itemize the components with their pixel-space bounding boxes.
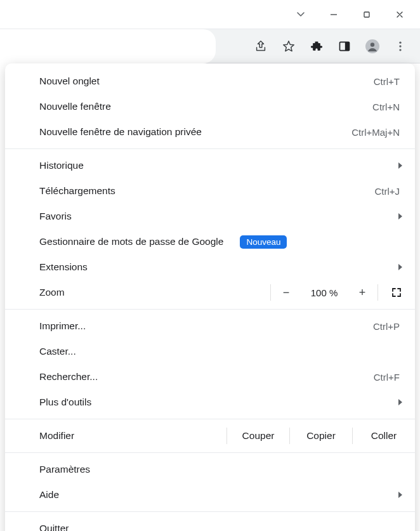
cut-button[interactable]: Couper — [227, 430, 289, 442]
svg-point-8 — [399, 49, 401, 51]
browser-toolbar — [0, 29, 420, 63]
window-titlebar — [0, 0, 420, 29]
menu-item-label: Paramètres — [39, 464, 90, 475]
menu-shortcut: Ctrl+F — [374, 372, 400, 383]
menu-separator — [5, 309, 415, 310]
menu-new-window[interactable]: Nouvelle fenêtre Ctrl+N — [5, 94, 415, 119]
zoom-out-button[interactable]: − — [271, 286, 301, 299]
menu-item-label: Historique — [39, 160, 84, 171]
copy-button[interactable]: Copier — [290, 430, 352, 442]
svg-point-5 — [371, 43, 374, 46]
svg-rect-1 — [364, 12, 369, 17]
menu-item-label: Caster... — [39, 346, 76, 357]
menu-separator — [5, 148, 415, 149]
menu-more-tools[interactable]: Plus d'outils — [5, 390, 415, 415]
zoom-label: Zoom — [39, 287, 65, 298]
menu-settings[interactable]: Paramètres — [5, 457, 415, 482]
menu-extensions[interactable]: Extensions — [5, 254, 415, 280]
menu-item-label: Nouvelle fenêtre de navigation privée — [39, 126, 202, 138]
menu-shortcut: Ctrl+N — [372, 102, 400, 112]
zoom-in-button[interactable]: + — [347, 286, 377, 299]
address-bar[interactable] — [0, 29, 216, 63]
menu-cast[interactable]: Caster... — [5, 339, 415, 364]
menu-item-label: Plus d'outils — [39, 397, 91, 408]
submenu-arrow-icon — [397, 491, 404, 499]
menu-item-label: Quitter — [39, 523, 69, 531]
menu-item-label: Nouvel onglet — [39, 75, 100, 87]
menu-zoom: Zoom − 100 % + — [5, 280, 415, 305]
share-icon[interactable] — [249, 34, 273, 58]
extensions-icon[interactable] — [305, 34, 329, 58]
menu-separator — [5, 419, 415, 419]
edit-label: Modifier — [39, 430, 74, 442]
main-menu-panel: Nouvel onglet Ctrl+T Nouvelle fenêtre Ct… — [5, 63, 415, 531]
menu-print[interactable]: Imprimer... Ctrl+P — [5, 313, 415, 339]
tab-search-button[interactable] — [284, 0, 317, 29]
menu-item-label: Aide — [39, 489, 59, 501]
close-button[interactable] — [383, 0, 416, 29]
menu-separator — [5, 452, 415, 453]
svg-point-6 — [399, 41, 401, 43]
svg-rect-3 — [345, 42, 350, 50]
maximize-button[interactable] — [350, 0, 383, 29]
submenu-arrow-icon — [397, 263, 404, 271]
minimize-button[interactable] — [317, 0, 350, 29]
menu-downloads[interactable]: Téléchargements Ctrl+J — [5, 178, 415, 204]
menu-shortcut: Ctrl+T — [374, 76, 400, 87]
menu-item-label: Nouvelle fenêtre — [39, 101, 111, 112]
menu-item-label: Téléchargements — [39, 185, 115, 197]
bookmark-star-icon[interactable] — [277, 34, 301, 58]
menu-help[interactable]: Aide — [5, 482, 415, 508]
profile-avatar-icon[interactable] — [360, 34, 384, 58]
menu-item-label: Gestionnaire de mots de passe de Google — [39, 236, 223, 247]
menu-password-manager[interactable]: Gestionnaire de mots de passe de Google … — [5, 229, 415, 254]
menu-shortcut: Ctrl+J — [374, 186, 400, 197]
menu-item-label: Rechercher... — [39, 371, 98, 383]
fullscreen-button[interactable] — [378, 287, 415, 298]
menu-separator — [5, 511, 415, 512]
menu-new-tab[interactable]: Nouvel onglet Ctrl+T — [5, 69, 415, 94]
menu-edit-row: Modifier Couper Copier Coller — [5, 423, 415, 449]
submenu-arrow-icon — [397, 398, 404, 406]
new-badge: Nouveau — [240, 235, 287, 249]
submenu-arrow-icon — [397, 162, 404, 169]
menu-find[interactable]: Rechercher... Ctrl+F — [5, 364, 415, 390]
paste-button[interactable]: Coller — [353, 430, 415, 442]
menu-item-label: Imprimer... — [39, 320, 86, 332]
menu-item-label: Extensions — [39, 261, 88, 273]
menu-bookmarks[interactable]: Favoris — [5, 204, 415, 229]
menu-shortcut: Ctrl+Maj+N — [351, 127, 400, 138]
menu-shortcut: Ctrl+P — [373, 321, 400, 332]
zoom-level: 100 % — [301, 287, 347, 298]
submenu-arrow-icon — [397, 213, 404, 220]
svg-point-7 — [399, 45, 401, 47]
menu-history[interactable]: Historique — [5, 153, 415, 178]
menu-item-label: Favoris — [39, 211, 72, 222]
main-menu-button[interactable] — [388, 34, 412, 58]
menu-incognito[interactable]: Nouvelle fenêtre de navigation privée Ct… — [5, 119, 415, 145]
menu-quit[interactable]: Quitter — [5, 516, 415, 531]
sidepanel-icon[interactable] — [332, 34, 357, 58]
